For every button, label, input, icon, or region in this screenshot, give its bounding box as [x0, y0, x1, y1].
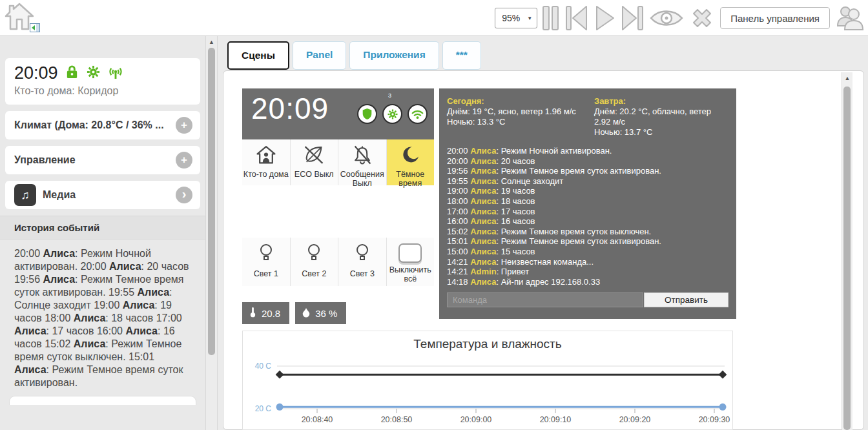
light-2-button[interactable]: Свет 2: [291, 238, 339, 286]
climate-label: Климат (Дома: 20.8°C / 36% ...: [14, 119, 176, 131]
light-1-button[interactable]: Свет 1: [242, 238, 291, 286]
zoom-value: 95%: [502, 13, 520, 23]
skip-back-icon[interactable]: [564, 5, 589, 32]
scroll-up-arrow-icon[interactable]: ▲: [206, 36, 217, 45]
log-entry: 14:21 АлисаНеизвестная команда...: [447, 257, 728, 267]
svg-text:20:09:20: 20:09:20: [619, 415, 651, 424]
clock-card: 20:09 3: [242, 88, 434, 139]
log-entry: 15:02 АлисаРежим Темное время суток выкл…: [447, 227, 728, 237]
bulb-icon: [355, 243, 370, 267]
bulb-icon: [258, 243, 274, 267]
lock-icon: [65, 65, 79, 82]
sidebar-clock: 20:09: [14, 63, 58, 83]
settings-gear-button[interactable]: [382, 104, 402, 124]
close-icon[interactable]: [688, 5, 716, 32]
users-icon[interactable]: [834, 4, 865, 32]
tab-bar: Сцены Panel Приложения ***: [227, 41, 481, 70]
log-entry: 14:21 AdminПривет: [447, 267, 728, 277]
dropdown-arrow-icon: ▼: [527, 15, 532, 21]
log-entry: 18:00 Алиса18 часов: [447, 196, 728, 207]
log-entry: 14:18 АлисаАй-пи адрес 192.168.0.33: [447, 277, 728, 287]
command-input[interactable]: [447, 292, 643, 307]
content-scrollbar[interactable]: ▲: [842, 72, 852, 430]
top-toolbar: 95% ▼ Панель управления: [0, 0, 868, 36]
log-entry: 19:00 Алиса19 часов: [447, 186, 728, 196]
bell-off-icon: [352, 145, 373, 167]
music-icon: ♫: [14, 184, 36, 206]
play-icon[interactable]: [594, 5, 615, 32]
chart-title: Температура и влажность: [243, 337, 732, 351]
moon-icon: [400, 145, 420, 167]
weather-forecast: Сегодня: Днём: 19 °C, ясно, ветер 1.96 м…: [447, 96, 728, 138]
thermometer-icon: [249, 306, 257, 321]
control-panel-button[interactable]: Панель управления: [720, 7, 830, 29]
sidebar-item-climate[interactable]: Климат (Дома: 20.8°C / 36% ... +: [5, 111, 200, 139]
humidity-badge: 36 %: [295, 302, 346, 324]
chevron-right-icon[interactable]: ›: [176, 187, 192, 203]
scene-button-row: Кто-то дома ECO Выкл Сообщения Выкл Тёмн…: [242, 139, 434, 185]
event-entry: 20:00 Алиса20 часов: [81, 261, 189, 272]
light-button-row: Свет 1 Свет 2 Свет 3 Выключить всё: [242, 238, 434, 286]
bulb-icon: [306, 243, 322, 267]
scroll-up-arrow-icon[interactable]: ▲: [842, 72, 852, 81]
assistant-log-list: 20:00 АлисаРежим Ночной активирован.20:0…: [447, 146, 728, 287]
log-entry: 16:00 Алиса16 часов: [447, 216, 728, 227]
tab-scenes[interactable]: Сцены: [227, 41, 289, 70]
eye-icon[interactable]: [649, 5, 684, 32]
log-entry: 15:00 Алиса15 часов: [447, 247, 728, 257]
toolbar-controls: 95% ▼ Панель управления: [495, 4, 865, 32]
sidebar-item-media[interactable]: ♫ Медиа ›: [5, 181, 200, 209]
scene-somebody-home[interactable]: Кто-то дома: [242, 139, 291, 185]
pause-icon[interactable]: [542, 5, 560, 32]
home-status-card: 20:09 Кто-то дома: Коридор: [5, 58, 200, 105]
scrollbar-thumb[interactable]: [843, 87, 851, 430]
expand-plus-icon[interactable]: +: [176, 117, 192, 134]
app-window: 95% ▼ Панель управления: [0, 0, 868, 430]
collapse-sidebar-icon[interactable]: [30, 23, 40, 35]
tab-apps[interactable]: Приложения: [349, 41, 439, 70]
log-entry: 20:00 Алиса20 часов: [447, 156, 728, 167]
svg-text:20:08:50: 20:08:50: [381, 415, 413, 424]
scrollbar-thumb[interactable]: [208, 48, 215, 355]
sidebar-item-control[interactable]: Управление +: [5, 146, 200, 174]
expand-plus-icon[interactable]: +: [176, 152, 192, 169]
history-header: История событий: [0, 216, 205, 240]
zoom-select[interactable]: 95% ▼: [495, 8, 537, 28]
eco-off-icon: [304, 145, 324, 167]
weather-tomorrow: Завтра: Днём: 20.2 °C, облачно, ветер 2.…: [594, 96, 728, 138]
control-label: Управление: [14, 154, 176, 166]
security-shield-button[interactable]: [357, 104, 377, 124]
tab-panel[interactable]: Panel: [293, 41, 346, 70]
wifi-button[interactable]: [408, 104, 428, 124]
scene-eco-off[interactable]: ECO Выкл: [291, 139, 339, 185]
event-history-list: 20:00 АлисаРежим Ночной активирован. 20:…: [5, 240, 200, 392]
water-drop-icon: [302, 307, 311, 320]
scene-messages-off[interactable]: Сообщения Выкл: [338, 139, 387, 185]
weather-today: Сегодня: Днём: 19 °C, ясно, ветер 1.96 м…: [447, 96, 594, 138]
notification-badge: 3: [388, 92, 391, 99]
temperature-badge: 20.8: [242, 302, 289, 324]
tab-more[interactable]: ***: [442, 41, 481, 70]
gear-icon: [86, 65, 101, 82]
svg-text:20:09:10: 20:09:10: [540, 415, 572, 424]
sidebar-scrollbar[interactable]: ▲: [205, 36, 218, 430]
collapsed-card-stub: [9, 396, 196, 405]
sensor-badges: 20.8 36 %: [242, 302, 346, 324]
svg-text:20:08:40: 20:08:40: [302, 415, 333, 424]
send-button[interactable]: Отправить: [644, 292, 728, 307]
command-bar: Отправить: [447, 292, 728, 307]
log-entry: 20:00 АлисаРежим Ночной активирован.: [447, 146, 728, 156]
chart-card: Температура и влажность 20 C40 C20:08:40…: [242, 331, 733, 430]
log-entry: 19:55 АлисаСолнце заходит: [447, 176, 728, 187]
media-label: Медиа: [43, 189, 176, 201]
all-off-button[interactable]: Выключить всё: [387, 238, 435, 286]
antenna-icon: [107, 65, 124, 82]
log-entry: 19:56 АлисаРежим Темное время суток акти…: [447, 166, 728, 176]
skip-forward-icon[interactable]: [620, 5, 645, 32]
light-3-button[interactable]: Свет 3: [338, 238, 387, 286]
svg-text:20 C: 20 C: [255, 404, 272, 413]
sidebar: 20:09 Кто-то дома: Коридор Климат (Дома:…: [0, 36, 205, 430]
scene-dark-time[interactable]: Тёмное время: [387, 139, 435, 185]
svg-text:20:09:00: 20:09:00: [460, 415, 492, 424]
temperature-humidity-chart: 20 C40 C20:08:4020:08:5020:09:0020:09:10…: [243, 357, 732, 430]
